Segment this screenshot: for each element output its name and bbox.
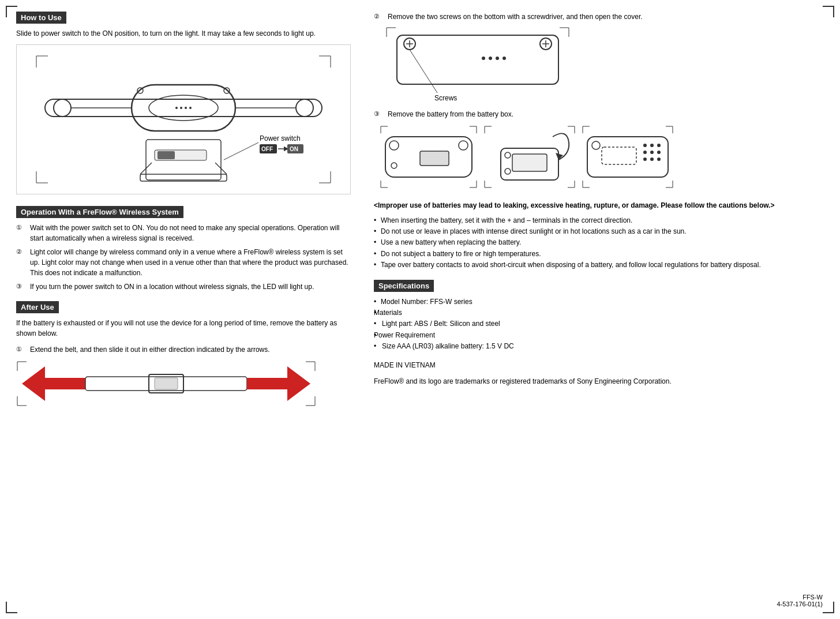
svg-point-95 [650,151,654,154]
battery-ill-3 [582,125,674,189]
operation-step-2: ② Light color will change by wireless co… [16,247,351,278]
svg-point-96 [657,151,661,154]
svg-rect-101 [602,147,636,164]
svg-line-19 [224,142,258,160]
svg-line-58 [410,50,437,93]
belt-svg [16,361,316,407]
after-use-section: After Use If the battery is exhausted or… [16,301,351,412]
after-step-text-1: Extend the belt, and then slide it out i… [30,344,270,355]
device-illustration: Power switch OFF ON [16,44,351,194]
after-step-num-1: ① [16,344,27,355]
page-container: How to Use Slide to power switch to the … [16,12,824,418]
step-num-3: ③ [16,282,27,292]
svg-point-94 [643,151,647,154]
operation-step-3: ③ If you turn the power switch to ON in … [16,282,351,292]
svg-point-100 [592,141,600,149]
step-num-1: ① [16,223,27,243]
how-to-use-description: Slide to power switch to the ON position… [16,28,351,39]
step-num-2: ② [16,247,27,278]
corner-mark-br [823,602,834,613]
after-use-header: After Use [16,301,59,313]
how-to-use-section: How to Use Slide to power switch to the … [16,12,351,194]
corner-mark-tr [823,6,834,17]
svg-point-68 [391,163,397,168]
spec-5: Size AAA (LR03) alkaline battery: 1.5 V … [374,341,789,352]
corner-mark-tl [6,6,17,17]
device-svg: Power switch OFF ON [33,53,333,186]
left-column: How to Use Slide to power switch to the … [16,12,351,418]
svg-point-80 [505,152,511,158]
svg-point-8 [189,107,192,109]
svg-marker-38 [247,366,310,401]
svg-rect-65 [420,151,449,166]
svg-rect-78 [512,154,547,171]
svg-rect-13 [158,151,175,159]
svg-point-66 [389,141,399,150]
svg-point-81 [505,168,511,174]
screws-svg: Screws [385,27,570,102]
after-use-description: If the battery is exhausted or if you wi… [16,318,351,339]
spec-4: Power Requirement [374,330,789,341]
right-step-num-2: ② [374,12,384,22]
svg-point-55 [489,57,492,60]
svg-point-56 [496,57,499,60]
svg-text:ON: ON [290,146,298,152]
footer-model: FFS-W [777,594,823,601]
caution-5: Tape over battery contacts to avoid shor… [374,260,789,271]
svg-point-1 [54,99,71,117]
battery-cautions-list: When inserting the battery, set it with … [374,215,789,271]
trademark-text: FreFlow® and its logo are trademarks or … [374,376,789,387]
step-text-3: If you turn the power switch to ON in a … [30,282,314,292]
svg-rect-47 [397,35,558,84]
corner-mark-bl [6,602,17,613]
svg-rect-37 [155,378,178,389]
battery-illustrations [380,125,789,189]
svg-point-6 [180,107,182,109]
svg-rect-3 [132,85,235,131]
belt-illustration [16,361,351,412]
battery-warning-title: <Improper use of batteries may lead to l… [374,200,789,211]
svg-text:OFF: OFF [261,146,273,152]
operation-step-1: ① Wait with the power switch set to ON. … [16,223,351,243]
spec-2: Materials [374,307,789,318]
caution-3: Use a new battery when replacing the bat… [374,237,789,248]
right-step-2: ② Remove the two screws on the bottom wi… [374,12,789,22]
made-in-text: MADE IN VIETNAM [374,361,789,369]
svg-point-54 [482,57,485,60]
svg-text:Power switch: Power switch [260,134,301,142]
caution-4: Do not subject a battery to fire or high… [374,249,789,260]
operation-header: Operation With a FreFlow® Wireless Syste… [16,206,183,218]
svg-point-97 [643,157,647,161]
footer-code: 4-537-176-01(1) [777,601,823,607]
caution-1: When inserting the battery, set it with … [374,215,789,226]
caution-2: Do not use or leave in places with inten… [374,226,789,237]
svg-point-99 [657,157,661,161]
how-to-use-header: How to Use [16,12,66,24]
screws-illustration-container: Screws [385,27,789,103]
right-step-text-3: Remove the battery from the battery box. [388,109,513,119]
footer: FFS-W 4-537-176-01(1) [777,594,823,607]
svg-point-92 [650,144,654,147]
svg-point-98 [650,157,654,161]
right-column: ② Remove the two screws on the bottom wi… [374,12,789,418]
right-step-text-2: Remove the two screws on the bottom with… [388,12,643,22]
spec-3: Light part: ABS / Belt: Silicon and stee… [374,318,789,329]
svg-point-5 [175,107,178,109]
battery-ill-1 [380,125,478,189]
svg-marker-79 [556,153,563,160]
svg-point-67 [459,141,468,150]
svg-point-2 [296,99,313,117]
right-step-num-3: ③ [374,109,384,119]
svg-point-57 [502,57,506,60]
specs-list: Model Number: FFS-W series Materials Lig… [374,297,789,352]
step-text-2: Light color will change by wireless comm… [30,247,351,278]
svg-text:Screws: Screws [434,94,457,102]
svg-point-93 [657,144,661,147]
specifications-section: Specifications Model Number: FFS-W serie… [374,280,789,352]
battery-ill-2 [483,125,576,189]
operation-section: Operation With a FreFlow® Wireless Syste… [16,206,351,292]
specifications-header: Specifications [374,280,434,292]
svg-marker-34 [22,366,85,401]
svg-point-7 [185,107,187,109]
spec-1: Model Number: FFS-W series [374,297,789,307]
